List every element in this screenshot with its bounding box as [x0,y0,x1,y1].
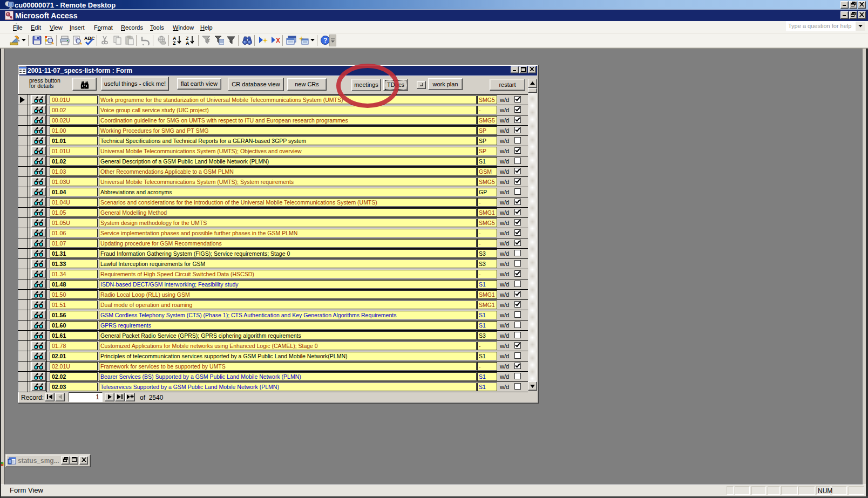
svg-text:ABC: ABC [84,36,94,41]
svg-text:Z: Z [173,40,176,45]
svg-text:?: ? [323,37,327,44]
svg-text:A: A [186,40,189,45]
